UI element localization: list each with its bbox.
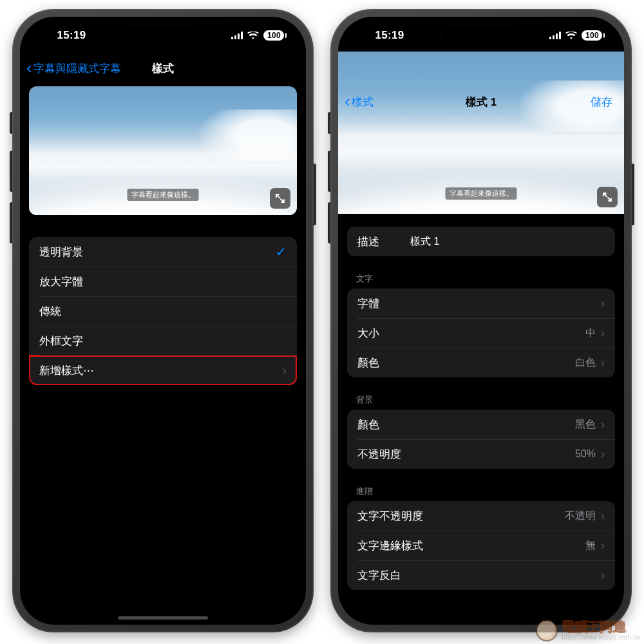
caption-sample-text: 字幕看起來像這樣。 [446, 187, 517, 200]
advanced-settings-group: 文字不透明度 不透明 › 文字邊緣樣式 無 › 文字反白 › [347, 501, 615, 590]
description-group: 描述 樣式 1 [347, 227, 615, 256]
text-invert-row[interactable]: 文字反白 › [347, 560, 615, 590]
wifi-icon [565, 32, 577, 40]
chevron-right-icon: › [601, 448, 605, 461]
save-button[interactable]: 儲存 [591, 88, 612, 116]
section-header-advanced: 進階 [356, 486, 606, 497]
style-option[interactable]: 透明背景 ✓ [29, 237, 297, 267]
nav-bar: ‹ 樣式 樣式 1 儲存 [338, 88, 624, 116]
checkmark-icon: ✓ [276, 244, 287, 260]
description-value: 樣式 1 [410, 235, 439, 249]
chevron-left-icon: ‹ [345, 93, 350, 109]
chevron-right-icon: › [283, 364, 287, 377]
style-option[interactable]: 放大字體 [29, 267, 297, 296]
dynamic-island [122, 26, 204, 49]
chevron-right-icon: › [601, 418, 605, 431]
expand-button[interactable] [597, 187, 618, 207]
edge-style-row[interactable]: 文字邊緣樣式 無 › [347, 531, 615, 560]
dynamic-island [440, 26, 522, 49]
page-title: 樣式 1 [466, 95, 497, 109]
back-label: 樣式 [352, 95, 374, 109]
battery-icon: 100 [582, 30, 602, 41]
chevron-right-icon: › [601, 569, 605, 582]
phone-left: 15:19 100 ‹ 字幕與隱藏式字幕 樣式 [12, 9, 314, 632]
font-row[interactable]: 字體 › [347, 289, 615, 318]
size-row[interactable]: 大小 中 › [347, 318, 615, 348]
section-header-text: 文字 [356, 273, 606, 285]
watermark-url: https://www.kocpc.com.tw [562, 634, 640, 641]
expand-button[interactable] [270, 188, 290, 209]
chevron-right-icon: › [601, 509, 605, 523]
description-row[interactable]: 描述 樣式 1 [347, 227, 615, 256]
chevron-right-icon: › [601, 327, 605, 340]
style-options-list: 透明背景 ✓ 放大字體 傳統 外框文字 新增樣式⋯ [29, 237, 297, 385]
style-option[interactable]: 傳統 [29, 296, 297, 326]
chevron-right-icon: › [601, 356, 605, 370]
cellular-icon [549, 32, 561, 39]
section-header-background: 背景 [356, 394, 606, 406]
phone-right: 15:19 100 ‹ 樣式 [330, 9, 632, 632]
watermark-mascot-icon [536, 620, 558, 641]
back-button[interactable]: ‹ 樣式 [345, 88, 374, 116]
status-time: 15:19 [364, 29, 415, 42]
create-new-style[interactable]: 新增樣式⋯ › [29, 355, 297, 385]
caption-preview: ‹ 樣式 樣式 1 儲存 字幕看起來像這樣。 [338, 52, 624, 214]
bg-opacity-row[interactable]: 不透明度 50% › [347, 439, 615, 469]
watermark-brand: 電腦王阿達 [562, 620, 640, 633]
watermark: 電腦王阿達 https://www.kocpc.com.tw [536, 620, 640, 641]
bg-color-row[interactable]: 顏色 黑色 › [347, 410, 615, 439]
text-settings-group: 字體 › 大小 中 › 顏色 白色 › [347, 289, 615, 377]
caption-sample-text: 字幕看起來像這樣。 [128, 189, 199, 201]
text-color-row[interactable]: 顏色 白色 › [347, 348, 615, 377]
home-indicator[interactable] [118, 616, 208, 620]
caption-preview: 字幕看起來像這樣。 [29, 86, 297, 215]
background-settings-group: 顏色 黑色 › 不透明度 50% › [347, 410, 615, 469]
style-option[interactable]: 外框文字 [29, 326, 297, 355]
chevron-right-icon: › [601, 297, 605, 310]
chevron-right-icon: › [601, 539, 605, 553]
text-opacity-row[interactable]: 文字不透明度 不透明 › [347, 501, 615, 531]
